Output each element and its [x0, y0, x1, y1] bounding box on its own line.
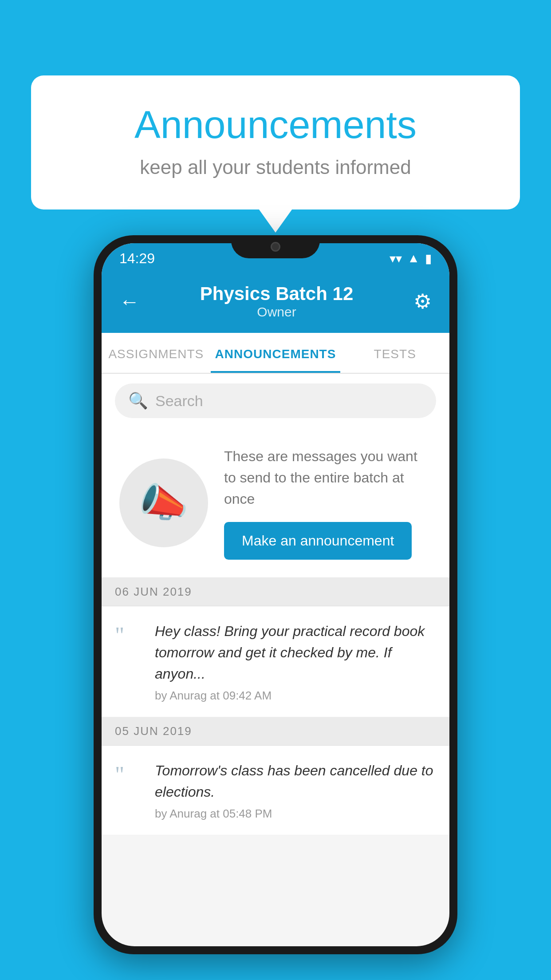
status-icons: ▾▾ ▲ ▮ — [390, 251, 432, 266]
header-title-group: Physics Batch 12 Owner — [200, 283, 354, 320]
battery-icon: ▮ — [425, 251, 432, 266]
announcement-content-2: Tomorrow's class has been cancelled due … — [155, 760, 436, 821]
quote-icon-2: " — [115, 763, 142, 786]
search-container: 🔍 Search — [102, 374, 449, 428]
speech-bubble-subtitle: keep all your students informed — [67, 156, 484, 178]
speech-bubble-title: Announcements — [67, 102, 484, 147]
announcement-meta-2: by Anurag at 05:48 PM — [155, 807, 436, 821]
phone-outer: 14:29 ▾▾ ▲ ▮ ← Physics Batch 12 Owner ⚙ … — [94, 235, 457, 954]
promo-section: 📣 These are messages you want to send to… — [102, 428, 449, 578]
announcement-item-1[interactable]: " Hey class! Bring your practical record… — [102, 606, 449, 717]
phone-screen: 14:29 ▾▾ ▲ ▮ ← Physics Batch 12 Owner ⚙ … — [102, 243, 449, 946]
app-header: ← Physics Batch 12 Owner ⚙ — [102, 273, 449, 333]
promo-description: These are messages you want to send to t… — [224, 446, 432, 510]
search-icon: 🔍 — [128, 391, 148, 410]
settings-icon[interactable]: ⚙ — [413, 289, 432, 313]
speech-bubble-container: Announcements keep all your students inf… — [31, 75, 520, 209]
announcement-content-1: Hey class! Bring your practical record b… — [155, 620, 436, 703]
tab-announcements[interactable]: ANNOUNCEMENTS — [211, 333, 341, 373]
phone-notch — [231, 235, 320, 258]
signal-icon: ▲ — [407, 251, 420, 265]
status-time: 14:29 — [119, 250, 155, 267]
wifi-icon: ▾▾ — [390, 251, 402, 266]
tab-tests[interactable]: TESTS — [340, 333, 449, 373]
search-input[interactable]: Search — [155, 392, 203, 410]
announcement-meta-1: by Anurag at 09:42 AM — [155, 689, 436, 703]
announcement-text-2: Tomorrow's class has been cancelled due … — [155, 760, 436, 802]
date-separator-1: 06 JUN 2019 — [102, 578, 449, 606]
back-button[interactable]: ← — [119, 289, 140, 313]
header-title: Physics Batch 12 — [200, 283, 354, 304]
megaphone-icon: 📣 — [139, 479, 189, 526]
announcement-item-2[interactable]: " Tomorrow's class has been cancelled du… — [102, 746, 449, 835]
promo-content: These are messages you want to send to t… — [224, 446, 432, 560]
make-announcement-button[interactable]: Make an announcement — [224, 522, 412, 560]
tab-assignments[interactable]: ASSIGNMENTS — [102, 333, 211, 373]
announcement-text-1: Hey class! Bring your practical record b… — [155, 620, 436, 684]
search-bar[interactable]: 🔍 Search — [115, 383, 436, 418]
tabs-container: ASSIGNMENTS ANNOUNCEMENTS TESTS — [102, 333, 449, 374]
phone-mockup: 14:29 ▾▾ ▲ ▮ ← Physics Batch 12 Owner ⚙ … — [94, 235, 457, 954]
front-camera — [271, 242, 280, 252]
promo-icon-circle: 📣 — [119, 458, 208, 547]
speech-bubble: Announcements keep all your students inf… — [31, 75, 520, 209]
quote-icon-1: " — [115, 624, 142, 647]
header-subtitle: Owner — [200, 304, 354, 320]
date-separator-2: 05 JUN 2019 — [102, 717, 449, 746]
